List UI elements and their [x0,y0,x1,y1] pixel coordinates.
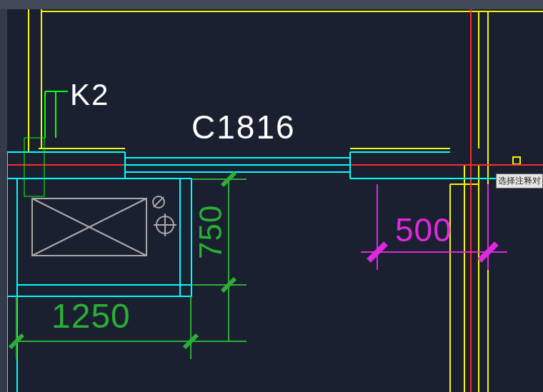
label-c1816: C1816 [191,108,296,146]
dimension-500: 500 [395,211,452,249]
titlebar [0,0,543,9]
sidebar [0,9,7,392]
dimension-1250: 1250 [51,296,131,336]
dimension-750: 750 [193,205,229,259]
k2-leader [24,91,68,196]
svg-rect-11 [513,157,520,164]
sink-symbol [32,196,176,256]
wall-cyan [7,152,543,392]
tooltip-select-annotation: 选择注释对 [496,174,543,189]
svg-line-37 [154,197,164,207]
cad-canvas[interactable]: K2 C1816 1250 750 500 选择注释对 [7,9,543,392]
label-k2: K2 [70,78,109,112]
